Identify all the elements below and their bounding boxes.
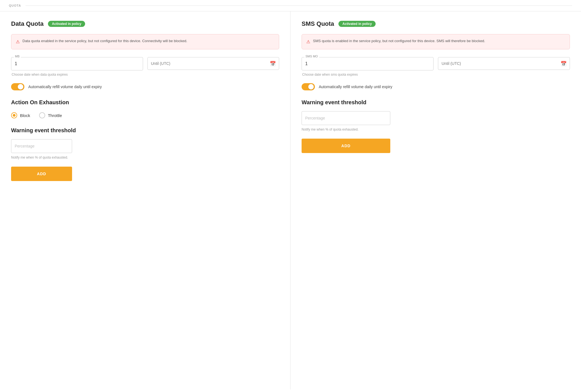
sms-quota-alert: ⚠ SMS quota is enabled in the service po… — [302, 34, 570, 49]
data-quota-alert: ⚠ Data quota enabled in the service poli… — [11, 34, 279, 49]
sms-date-field-wrapper: 📅 — [438, 57, 570, 70]
data-toggle-label: Automatically refill volume daily until … — [28, 85, 102, 89]
throttle-radio-circle — [39, 112, 45, 118]
action-radio-group: Block Throttle — [11, 112, 279, 118]
add-button-right[interactable]: ADD — [302, 139, 390, 153]
sms-mo-field-wrapper: SMS MO — [302, 57, 434, 70]
main-content: Data Quota Activated in policy ⚠ Data qu… — [0, 11, 581, 390]
data-quota-title: Data Quota — [11, 20, 44, 27]
sms-date-hint: Choose date when sms quota expires — [302, 73, 570, 77]
quota-label: QUOTA — [9, 4, 21, 7]
warning-section-title-left: Warning event threshold — [11, 127, 279, 134]
mb-label: MB — [14, 55, 21, 58]
sms-quota-title-row: SMS Quota Activated in policy — [302, 20, 570, 27]
sms-toggle-row: Automatically refill volume daily until … — [302, 83, 570, 90]
mb-input[interactable] — [11, 57, 143, 70]
sms-alert-icon: ⚠ — [306, 39, 310, 45]
block-label: Block — [20, 113, 30, 118]
percentage-input-left[interactable] — [11, 139, 72, 153]
sms-quota-alert-text: SMS quota is enabled in the service poli… — [313, 38, 485, 44]
add-button-left[interactable]: ADD — [11, 167, 72, 181]
percentage-field-right — [302, 111, 390, 125]
date-hint: Choose date when data quota expires — [12, 73, 279, 77]
sms-toggle-label: Automatically refill volume daily until … — [319, 85, 392, 89]
sms-date-input[interactable] — [438, 57, 570, 70]
percentage-field-left — [11, 139, 72, 153]
quota-header: QUOTA — [0, 0, 581, 11]
sms-quota-fields: SMS MO 📅 — [302, 57, 570, 70]
sms-quota-badge: Activated in policy — [338, 21, 376, 27]
data-toggle[interactable] — [11, 83, 24, 90]
throttle-radio[interactable]: Throttle — [39, 112, 62, 118]
action-section-title: Action On Exhaustion — [11, 99, 279, 106]
sms-quota-column: SMS Quota Activated in policy ⚠ SMS quot… — [290, 11, 581, 390]
sms-quota-title: SMS Quota — [302, 20, 334, 27]
quota-divider — [26, 6, 572, 6]
percentage-hint-right: Notify me when % of quota exhausted. — [302, 127, 570, 132]
data-quota-badge: Activated in policy — [48, 21, 85, 27]
data-toggle-row: Automatically refill volume daily until … — [11, 83, 279, 90]
throttle-label: Throttle — [48, 113, 62, 118]
block-radio-circle — [11, 112, 17, 118]
data-quota-alert-text: Data quota enabled in the service policy… — [22, 38, 187, 44]
date-field-wrapper: 📅 — [147, 57, 279, 70]
data-quota-fields: MB 📅 — [11, 57, 279, 70]
block-radio[interactable]: Block — [11, 112, 30, 118]
percentage-input-right[interactable] — [302, 111, 390, 125]
percentage-hint-left: Notify me when % of quota exhausted. — [11, 155, 279, 160]
mb-field-wrapper: MB — [11, 57, 143, 70]
sms-mo-input[interactable] — [302, 57, 434, 70]
date-input[interactable] — [147, 57, 279, 70]
sms-toggle[interactable] — [302, 83, 315, 90]
warning-section-title-right: Warning event threshold — [302, 99, 570, 106]
data-quota-title-row: Data Quota Activated in policy — [11, 20, 279, 27]
data-quota-column: Data Quota Activated in policy ⚠ Data qu… — [0, 11, 290, 390]
sms-mo-label: SMS MO — [304, 55, 319, 58]
alert-icon: ⚠ — [16, 39, 20, 45]
